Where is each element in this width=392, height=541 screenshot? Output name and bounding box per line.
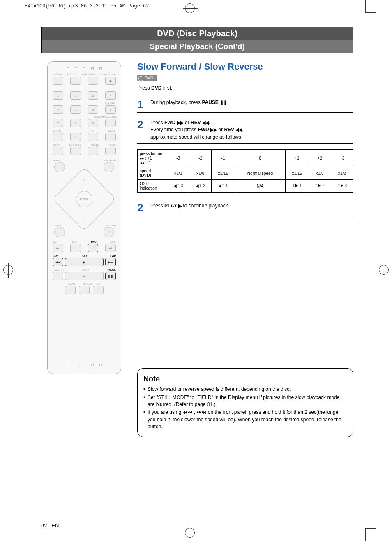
text: . (209, 120, 210, 125)
audio-button[interactable] (105, 147, 116, 155)
number-0-button[interactable]: 0 (70, 133, 81, 141)
section-title: Slow Forward / Slow Reverse (137, 61, 353, 72)
crop-mark-icon (365, 528, 376, 529)
search-button[interactable] (65, 286, 76, 294)
step-number: 2 (137, 202, 146, 213)
number-6-button[interactable]: 6 (88, 105, 98, 114)
registration-mark-icon (185, 3, 195, 13)
return-button[interactable]: ↵ (104, 227, 114, 237)
top-menu-button[interactable] (104, 162, 114, 172)
mode-button[interactable] (105, 133, 116, 141)
display-button[interactable] (54, 227, 65, 237)
table-cell: 𝙸▶ 1 (286, 180, 309, 193)
clear-button[interactable] (53, 133, 63, 141)
table-cell: ◀𝙸 2 (189, 180, 212, 193)
step-number: 1 (137, 99, 146, 110)
table-cell: speed (DVD) (138, 167, 167, 180)
enter-button[interactable]: ENTER (76, 191, 92, 207)
rev-icon: ◀◀ (202, 120, 209, 125)
skip-back-button[interactable]: ⏮ (53, 244, 63, 252)
text: to continue playback. (182, 203, 229, 209)
dvd-button[interactable] (88, 244, 98, 252)
table-cell: 𝙸▶ 3 (331, 180, 353, 193)
pause-button[interactable]: ❚❚ (105, 272, 116, 280)
table-header: -1 (212, 150, 235, 167)
number-4-button[interactable]: 4 (53, 105, 63, 114)
text-bold: FWD (198, 127, 210, 132)
channel-down-button[interactable]: ∨ (105, 105, 116, 114)
note-box: Note Slow forward or reverse speed is di… (137, 368, 353, 437)
table-header: -3 (167, 150, 189, 167)
dvr-button[interactable] (70, 244, 81, 252)
text: or (184, 120, 191, 125)
text-bold: DVD (151, 85, 161, 91)
repeat-button[interactable] (79, 286, 90, 294)
play-button[interactable]: ▶ (65, 258, 104, 266)
header-bar: DVD (Disc Playback) (41, 27, 353, 40)
number-7-button[interactable]: 7 (53, 119, 63, 127)
number-2-button[interactable]: 2 (70, 91, 81, 100)
rev-button[interactable]: ◀◀ (53, 258, 63, 266)
step-body: Press FWD ▶▶ or REV ◀◀. Every time you p… (150, 119, 244, 141)
crop-mark-icon (365, 529, 366, 541)
rec-otr-button[interactable] (53, 272, 63, 280)
step-number: 2 (137, 119, 146, 141)
skip-forward-button[interactable]: ⏭ (105, 244, 116, 252)
text: approximate speed will change as follows… (150, 134, 242, 140)
number-3-button[interactable]: 3 (88, 91, 98, 100)
plus10-button[interactable] (88, 133, 98, 141)
subtitle-button[interactable] (70, 147, 81, 155)
remote-control: POWER SET UP TIMER PROG. OPEN/CLOSE ⏏ 1 … (47, 61, 121, 374)
page-content: DVD (Disc Playback) Special Playback (Co… (41, 27, 353, 437)
text: Press (150, 203, 164, 209)
table-cell: 𝙸▶ 2 (309, 180, 331, 193)
number-8-button[interactable]: 8 (70, 119, 81, 127)
dvd-badge-icon: DVD (137, 75, 157, 81)
angle-button[interactable] (88, 147, 98, 155)
subheader-bar: Special Playback (Cont'd) (41, 40, 353, 53)
crop-mark-icon (365, 0, 366, 12)
setup-button[interactable] (70, 77, 81, 85)
channel-up-button[interactable]: ∧ (105, 91, 116, 100)
crop-mark-icon (365, 12, 376, 13)
text: During playback, press (150, 100, 202, 105)
open-close-button[interactable]: ⏏ (105, 77, 116, 85)
program-recordings-button[interactable] (105, 119, 116, 127)
fwd-button[interactable]: ▶▶ (105, 258, 116, 266)
text: first. (161, 85, 172, 91)
step-2: 2 Press FWD ▶▶ or REV ◀◀. Every time you… (137, 117, 353, 144)
zoom-button[interactable] (53, 147, 63, 155)
table-cell: ◀𝙸 3 (167, 180, 189, 193)
nav-pad[interactable]: ENTER ∧ ∨ 〈 〉 (62, 176, 107, 222)
menu-button[interactable] (54, 162, 65, 172)
timer-prog-button[interactable] (88, 77, 98, 85)
table-header: -2 (189, 150, 212, 167)
table-cell: x1/16 (286, 167, 309, 180)
step-1: 1 During playback, press PAUSE ❚❚. (137, 97, 353, 113)
registration-mark-icon (185, 528, 195, 538)
text: Every time you press (150, 127, 198, 132)
rev-icon: ◀◀ (235, 127, 242, 132)
number-5-button[interactable]: 5 (70, 105, 81, 114)
table-cell: OSD indication (138, 180, 167, 193)
number-1-button[interactable]: 1 (53, 91, 63, 100)
registration-mark-icon (379, 265, 389, 275)
table-header: +1 (286, 150, 309, 167)
text: , (242, 127, 243, 132)
table-header: 0 (235, 150, 286, 167)
power-button[interactable] (53, 77, 63, 85)
table-cell: x1/8 (309, 167, 331, 180)
page-footer: 62 EN (41, 522, 59, 529)
press-dvd-first: Press DVD first. (137, 85, 353, 91)
table-header: +3 (331, 150, 353, 167)
text-bold: PLAY (164, 203, 178, 209)
table-cell: x1/2 (331, 167, 353, 180)
table-header: +2 (309, 150, 331, 167)
a-b-button[interactable] (93, 286, 104, 294)
play-icon: ▶ (178, 203, 182, 208)
table-header: press button ▸▸ : +1 ◂◂ : -1 (138, 150, 167, 167)
number-9-button[interactable]: 9 (88, 119, 98, 127)
page-lang: EN (51, 522, 59, 529)
stop-button[interactable]: ■ (65, 272, 104, 280)
table-cell: x1/8 (189, 167, 212, 180)
